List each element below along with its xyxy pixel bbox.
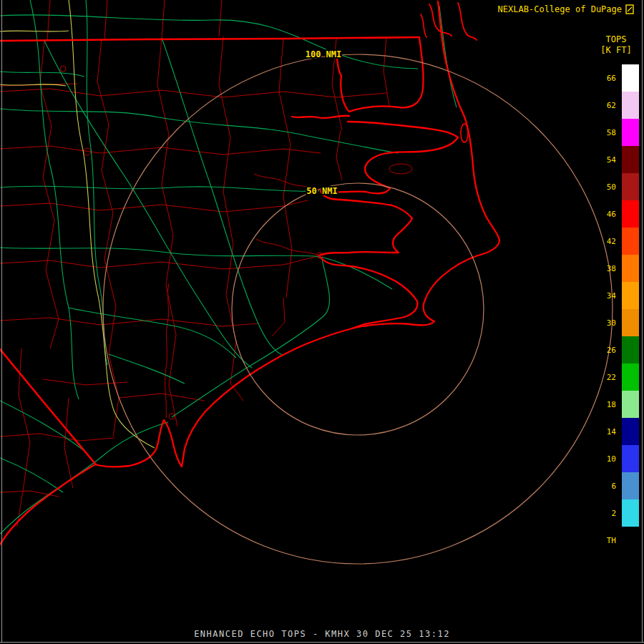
legend-row: 34 — [597, 282, 639, 309]
legend-row: 38 — [597, 255, 639, 282]
legend-tick-label: 54 — [597, 155, 616, 165]
frame-line-right — [642, 0, 643, 643]
legend-tick-label: TH — [597, 536, 616, 545]
legend-rows: 66625854504642383430262218141062TH — [597, 64, 639, 554]
legend-color-swatch — [622, 445, 639, 472]
legend-color-swatch — [622, 527, 639, 554]
legend-units: [K FT] — [594, 45, 638, 56]
legend-color-swatch — [622, 282, 639, 309]
legend-color-swatch — [622, 418, 639, 445]
legend-color-swatch — [622, 119, 639, 146]
radar-map: 50 NMI 100 NMI — [0, 0, 644, 644]
legend-tick-label: 66 — [597, 74, 616, 83]
legend-row: 54 — [597, 146, 639, 173]
legend-title: TOPS — [594, 34, 638, 45]
legend-color-swatch — [622, 64, 639, 92]
frame-line-left — [1, 0, 2, 643]
legend-row: 14 — [597, 418, 639, 445]
product-caption: ENHANCED ECHO TOPS - KMHX 30 DEC 25 13:1… — [0, 629, 644, 639]
legend-header: TOPS [K FT] — [594, 34, 638, 56]
range-ring-50nmi — [232, 183, 484, 435]
legend-row: 42 — [597, 228, 639, 255]
legend-tick-label: 30 — [597, 318, 616, 328]
legend-color-swatch — [622, 92, 639, 119]
legend-tick-label: 42 — [597, 237, 616, 246]
legend-color-swatch — [622, 472, 639, 499]
legend-row: 62 — [597, 92, 639, 119]
legend-tick-label: 38 — [597, 264, 616, 273]
legend-tick-label: 58 — [597, 128, 616, 137]
header: NEXLAB-College of DuPage — [498, 4, 634, 14]
legend-row: 2 — [597, 499, 639, 527]
legend-row: 50 — [597, 173, 639, 200]
legend-color-swatch — [622, 200, 639, 228]
legend-color-swatch — [622, 255, 639, 282]
legend-row: 46 — [597, 200, 639, 228]
legend-color-swatch — [622, 499, 639, 527]
legend-row: 6 — [597, 472, 639, 499]
legend-tick-label: 46 — [597, 210, 616, 219]
legend-color-swatch — [622, 309, 639, 336]
legend-color-swatch — [622, 173, 639, 200]
legend-color-swatch — [622, 228, 639, 255]
range-ring-100nmi — [103, 54, 613, 564]
legend-tick-label: 18 — [597, 400, 616, 409]
legend-row: 10 — [597, 445, 639, 472]
legend-tick-label: 50 — [597, 182, 616, 192]
site-title: NEXLAB-College of DuPage — [498, 4, 622, 14]
legend-tick-label: 2 — [597, 509, 616, 518]
legend-tick-label: 10 — [597, 454, 616, 464]
legend-tick-label: 14 — [597, 427, 616, 436]
legend-row: 26 — [597, 336, 639, 364]
legend-color-swatch — [622, 146, 639, 173]
range-rings — [103, 54, 613, 564]
legend-tick-label: 22 — [597, 373, 616, 382]
legend-row: 18 — [597, 391, 639, 418]
legend-row: 30 — [597, 309, 639, 336]
legend-tick-label: 62 — [597, 101, 616, 110]
highways-yellow — [0, 0, 155, 448]
state-borders — [0, 37, 419, 464]
legend-color-swatch — [622, 364, 639, 391]
frame-line-bottom — [0, 642, 644, 643]
range-ring-label-50: 50 NMI — [306, 186, 337, 196]
legend-row: 22 — [597, 364, 639, 391]
range-ring-label-100: 100 NMI — [306, 49, 342, 59]
legend-color-swatch — [622, 391, 639, 418]
legend-row: 66 — [597, 64, 639, 92]
legend-tick-label: 34 — [597, 291, 616, 301]
legend-color-swatch — [622, 336, 639, 364]
legend-row: TH — [597, 527, 639, 554]
legend-tick-label: 26 — [597, 346, 616, 355]
legend-row: 58 — [597, 119, 639, 146]
cod-logo-icon — [625, 4, 634, 14]
highways-green — [0, 0, 457, 534]
legend-tick-label: 6 — [597, 482, 616, 491]
